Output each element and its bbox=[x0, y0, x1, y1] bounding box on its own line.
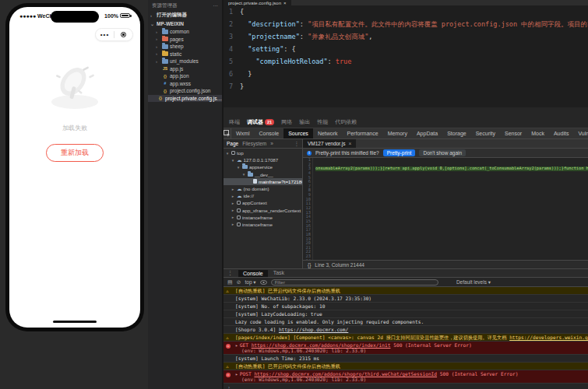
devtools-tab-wxml[interactable]: Wxml bbox=[231, 128, 255, 138]
battery-percent: 100% bbox=[104, 13, 118, 19]
devtools-tab-sources[interactable]: Sources bbox=[283, 128, 313, 138]
console-prompt[interactable]: › bbox=[224, 384, 588, 389]
eye-icon[interactable] bbox=[260, 280, 267, 285]
console-warn-row[interactable]: ⚠[自动热重载] 已开启代码文件保存后自动热重载 bbox=[224, 363, 588, 370]
debugger-tab-终端[interactable]: 终端 bbox=[229, 118, 240, 126]
devtools-tab-network[interactable]: Network bbox=[313, 128, 343, 138]
clear-console-icon[interactable]: ⊘ bbox=[237, 279, 241, 286]
pretty-print-button[interactable]: Pretty-print bbox=[383, 149, 416, 156]
console-error-row[interactable]: ✕▸GET https://shop.docmrx.com/addons/sho… bbox=[224, 342, 588, 355]
log-link[interactable]: https://developers.weixin.qq.com/minipro… bbox=[509, 335, 588, 340]
console-filter-input[interactable]: Filter bbox=[271, 279, 438, 286]
devtools-tab-console[interactable]: Console bbox=[255, 128, 284, 138]
debugger-tab-网络[interactable]: 网络 bbox=[281, 118, 292, 126]
sources-tree-item[interactable]: ▸appContext bbox=[224, 199, 302, 206]
sources-pane-tab-»[interactable]: » bbox=[270, 141, 273, 146]
line-number: 3 bbox=[224, 30, 233, 43]
request-url-link[interactable]: https://shop.docmrx.com/addons/shopro/th… bbox=[254, 371, 437, 377]
devtools-tab-memory[interactable]: Memory bbox=[383, 128, 412, 138]
explorer-tree-item[interactable]: {}app.json bbox=[148, 72, 222, 80]
file-icon bbox=[253, 179, 257, 184]
console-sidebar-icon[interactable]: ▤ bbox=[227, 279, 233, 286]
console-warn-row[interactable]: ⚠[自动热重载] 已开启代码文件保存后自动热重载 bbox=[224, 287, 588, 295]
sources-tree-item[interactable]: ▸instanceframe bbox=[224, 221, 302, 228]
debugger-tab-输出[interactable]: 输出 bbox=[299, 118, 310, 126]
explorer-tree-item[interactable]: ›pages bbox=[148, 36, 222, 44]
sources-tree-item[interactable]: ▸☁(no domain) bbox=[224, 185, 302, 192]
explorer-tree-item[interactable]: {}project.private.config.js… bbox=[148, 95, 222, 103]
request-url-link[interactable]: https://shop.docmrx.com/addons/shopro/in… bbox=[252, 342, 391, 348]
sources-tree-item[interactable]: ▾☁127.0.0.1:17087 bbox=[224, 156, 302, 163]
console-drawer-tab-task[interactable]: Task bbox=[273, 270, 284, 277]
close-icon[interactable]: × bbox=[348, 141, 351, 146]
console-toolbar: ▤ ⊘ top ▾ Filter Default levels ▾ bbox=[224, 278, 588, 287]
error-icon: ✕ bbox=[226, 371, 231, 377]
explorer-menu-icon[interactable]: ··· bbox=[213, 3, 219, 9]
sources-tree-item[interactable]: ▸app_xframe_renderContext bbox=[224, 207, 302, 214]
debugger-tab-性能[interactable]: 性能 bbox=[317, 118, 328, 126]
capsule-menu[interactable]: ••• bbox=[95, 28, 133, 41]
expand-arrow-icon[interactable]: ▸ bbox=[235, 371, 238, 377]
console-log-row[interactable]: [Shopro 3.0.4] https://shop.docmrx.com/ bbox=[224, 326, 588, 334]
devtools-tab-sensor[interactable]: Sensor bbox=[500, 128, 526, 138]
project-section[interactable]: ⌄ MP-WEIXIN bbox=[148, 19, 222, 28]
braces-icon[interactable]: {} bbox=[308, 262, 311, 268]
notch bbox=[51, 11, 99, 23]
code-line: } bbox=[240, 68, 588, 80]
sources-tree-item[interactable]: ▾top bbox=[224, 149, 302, 156]
explorer-tree-item[interactable]: ›common bbox=[148, 28, 222, 36]
devtools-tab-storage[interactable]: Storage bbox=[442, 128, 471, 138]
devtools-tab-audits[interactable]: Audits bbox=[549, 128, 573, 138]
inspect-element-icon[interactable] bbox=[224, 128, 231, 138]
devtools-tab-mock[interactable]: Mock bbox=[526, 128, 549, 138]
dont-show-again-button[interactable]: Don't show again bbox=[419, 149, 466, 156]
devtools-tab-vulnerability[interactable]: Vulnerability bbox=[573, 128, 588, 138]
log-levels-dropdown[interactable]: Default levels ▾ bbox=[456, 279, 491, 286]
editor-tab[interactable]: project.private.config.json × bbox=[224, 0, 291, 5]
debugger-tab-调试器[interactable]: 调试器21 bbox=[247, 118, 274, 126]
code-line: "description": "项目私有配置文件。此文件中的内容将覆盖 proj… bbox=[240, 18, 588, 30]
sources-file-tab[interactable]: VM127 vendor.js × bbox=[303, 139, 356, 148]
file-name: uni_modules bbox=[170, 58, 199, 64]
console-error-row[interactable]: ✕▸POST https://shop.docmrx.com/addons/sh… bbox=[224, 370, 588, 384]
explorer-tree-item[interactable]: ›uni_modules bbox=[148, 58, 222, 65]
sources-pane-tab-filesystem[interactable]: Filesystem bbox=[242, 141, 266, 146]
sources-code-lines[interactable]: onsumableArray2(params)));}]return api.a… bbox=[313, 158, 588, 260]
open-editors-section[interactable]: › 打开的编辑器 bbox=[148, 11, 222, 19]
env-info: (env: Windows,mp,1.06.2403020; lib: 2.33… bbox=[235, 348, 586, 353]
console-log-row[interactable]: [system] LazyCodeLoading: true bbox=[224, 310, 588, 318]
devtools-tab-security[interactable]: Security bbox=[471, 128, 500, 138]
sources-pane-tab-page[interactable]: Page bbox=[227, 141, 238, 146]
console-log-row[interactable]: [system] WeChatLib: 2.33.0 (2024.3.17 23… bbox=[224, 295, 588, 303]
expand-arrow-icon[interactable]: ▸ bbox=[235, 342, 238, 348]
sources-tree-item[interactable]: ▸☁ide:// bbox=[224, 192, 302, 199]
editor-code[interactable]: { "description": "项目私有配置文件。此文件中的内容将覆盖 pr… bbox=[235, 5, 588, 93]
devtools-tab-appdata[interactable]: AppData bbox=[412, 128, 442, 138]
home-capsule-icon[interactable] bbox=[114, 32, 132, 37]
log-link[interactable]: https://shop.docmrx.com/ bbox=[279, 327, 348, 332]
explorer-tree-item[interactable]: ›sheep bbox=[148, 43, 222, 51]
sources-tree-item[interactable]: mainframe?t=172180229634 bbox=[224, 178, 302, 185]
console-log-row[interactable]: [system] Launch Time: 2315 ms bbox=[224, 355, 588, 363]
console-log-row[interactable]: Lazy code loading is enabled. Only injec… bbox=[224, 318, 588, 326]
devtools-tab-performance[interactable]: Performance bbox=[343, 128, 383, 138]
explorer-tree-item[interactable]: #app.wxss bbox=[148, 80, 222, 88]
sources-tree-item[interactable]: ▾appservice bbox=[224, 163, 302, 170]
sources-tree-item[interactable]: ▸instanceframe bbox=[224, 214, 302, 221]
load-fail-text: 加载失败 bbox=[9, 124, 140, 132]
console-drawer-tab-console[interactable]: Console bbox=[238, 270, 268, 277]
console-warn-row[interactable]: ⚠[pages/index/index] [Component] <canvas… bbox=[224, 334, 588, 342]
sources-tree-item[interactable]: ▾__dev__ bbox=[224, 171, 302, 178]
console-log-row[interactable]: [system] No. of subpackages: 10 bbox=[224, 303, 588, 310]
context-selector[interactable]: top ▾ bbox=[245, 279, 256, 286]
chevron-down-icon: ⌄ bbox=[150, 21, 155, 26]
folder-icon bbox=[162, 51, 168, 56]
kebab-menu-icon[interactable]: ⋮ bbox=[227, 270, 233, 276]
explorer-tree-item[interactable]: {}project.config.json bbox=[148, 87, 222, 95]
more-icon[interactable]: ••• bbox=[96, 31, 114, 39]
debugger-tab-代码依赖[interactable]: 代码依赖 bbox=[335, 118, 357, 126]
kebab-menu-icon[interactable]: ⋮ bbox=[294, 141, 300, 147]
reload-button[interactable]: 重新加载 bbox=[46, 144, 104, 162]
explorer-tree-item[interactable]: ›static bbox=[148, 51, 222, 58]
explorer-tree-item[interactable]: JSapp.js bbox=[148, 65, 222, 73]
